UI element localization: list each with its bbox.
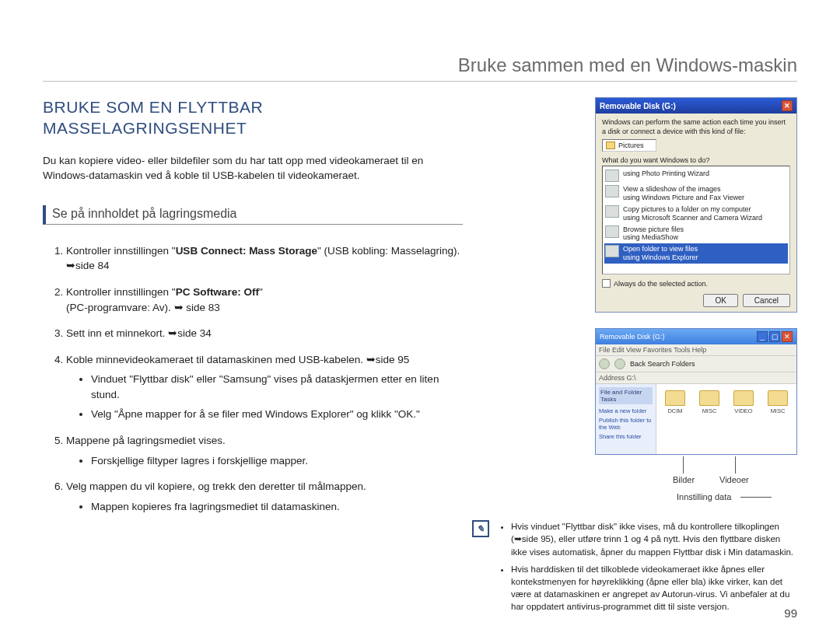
step-3-text: Sett inn et minnekort. [66, 327, 168, 339]
folder-misc-2[interactable]: MISC [762, 390, 793, 451]
explorer-title: Removable Disk (G:) [600, 333, 665, 341]
arrow-icon: ➥ [66, 260, 75, 271]
cancel-button[interactable]: Cancel [743, 294, 790, 307]
folder-label: MISC [702, 407, 717, 414]
option-label: Copy pictures to a folder on my computer [623, 205, 751, 213]
folder-icon [605, 245, 619, 257]
mediashow-icon [605, 225, 619, 238]
step-4-ref: side 95 [376, 354, 410, 365]
option-sublabel: using Windows Explorer [623, 253, 698, 261]
callout-videoer: Videoer [719, 475, 749, 484]
folder-label: VIDEO [734, 407, 752, 414]
option-browse-mediashow[interactable]: Browse picture filesusing MediaShow [604, 224, 788, 244]
option-open-folder[interactable]: Open folder to view filesusing Windows E… [604, 243, 788, 264]
pictures-label: Pictures [618, 142, 644, 149]
forward-icon[interactable] [614, 358, 625, 369]
close-icon[interactable]: ✕ [782, 100, 793, 111]
step-6: Velg mappen du vil kopiere, og trekk den… [66, 479, 463, 514]
arrow-icon: ➥ [514, 534, 522, 543]
note-1-ref: side 95 [522, 534, 551, 543]
maximize-icon[interactable]: ▢ [769, 331, 780, 342]
option-sublabel: using Microsoft Scanner and Camera Wizar… [623, 214, 762, 222]
always-label: Always do the selected action. [614, 280, 708, 288]
step-list: Kontroller innstillingen "USB Connect: M… [43, 243, 463, 514]
option-photo-wizard[interactable]: using Photo Printing Wizard [604, 168, 788, 183]
callout-innstilling: Innstilling data [677, 492, 731, 501]
folder-label: MISC [771, 407, 786, 414]
running-title: Bruke sammen med en Windows-maskin [43, 54, 797, 82]
back-icon[interactable] [599, 358, 610, 369]
ok-button[interactable]: OK [703, 294, 737, 307]
page-number: 99 [784, 606, 797, 620]
action-listbox[interactable]: using Photo Printing Wizard View a slide… [602, 166, 790, 274]
option-slideshow[interactable]: View a slideshow of the imagesusing Wind… [604, 183, 788, 204]
task-pane-header: File and Folder Tasks [599, 387, 653, 404]
menu-bar[interactable]: File Edit View Favorites Tools Help [596, 344, 796, 356]
step-1-text-a: Kontroller innstillingen " [66, 245, 176, 257]
option-copy-pictures[interactable]: Copy pictures to a folder on my computer… [604, 204, 788, 224]
option-sublabel: using Windows Picture and Fax Viewer [623, 194, 744, 201]
folder-misc[interactable]: MISC [694, 390, 725, 451]
step-1-ref: side 84 [75, 260, 110, 271]
right-column: Removable Disk (G:) ✕ Windows can perfor… [486, 97, 797, 617]
step-4-text: Koble minnevideokameraet til datamaskine… [66, 354, 366, 365]
task-link[interactable]: Publish this folder to the Web [599, 417, 653, 431]
option-label: View a slideshow of the images [623, 185, 720, 193]
step-4-bullet-2: Velg "Åpne mapper for å se filer med Win… [91, 407, 463, 422]
note-1: Hvis vinduet "Flyttbar disk" ikke vises,… [511, 520, 797, 557]
step-6-text: Velg mappen du vil kopiere, og trekk den… [66, 481, 366, 492]
step-5-text: Mappene på lagringsmediet vises. [66, 435, 226, 446]
address-bar[interactable]: Address G:\ [596, 372, 796, 384]
intro-paragraph: Du kan kopiere video- eller bildefiler s… [43, 153, 463, 183]
step-2: Kontroller innstillingen "PC Software: O… [66, 285, 463, 315]
folder-label: DCIM [667, 407, 682, 414]
always-checkbox[interactable] [602, 279, 611, 288]
folder-icon [699, 390, 719, 406]
wizard-icon [605, 169, 619, 182]
folder-dcim[interactable]: DCIM [660, 390, 691, 451]
close-icon[interactable]: ✕ [782, 331, 793, 342]
step-2-bold: PC Software: Off [176, 286, 259, 298]
dialog-title: Removable Disk (G:) [600, 102, 676, 110]
note-icon: ✎ [472, 520, 489, 537]
task-link[interactable]: Share this folder [599, 433, 653, 440]
content-type-row: Pictures [602, 139, 656, 152]
autoplay-dialog: Removable Disk (G:) ✕ Windows can perfor… [595, 97, 797, 313]
step-1-bold: USB Connect: Mass Storage [176, 245, 317, 257]
step-2-text-b: " [259, 286, 263, 298]
folder-video[interactable]: VIDEO [728, 390, 759, 451]
callout-bilder: Bilder [673, 475, 695, 484]
step-2-line2: (PC-programvare: Av). [66, 302, 174, 313]
page-heading: BRUKE SOM EN FLYTTBAR MASSELAGRINGSENHET [43, 97, 463, 139]
step-2-text-a: Kontroller innstillingen " [66, 286, 176, 298]
step-3-ref: side 34 [177, 327, 212, 339]
note-2: Hvis harddisken til det tilkoblede video… [511, 563, 797, 613]
step-3: Sett inn et minnekort. ➥side 34 [66, 326, 463, 341]
note-block: ✎ Hvis vinduet "Flyttbar disk" ikke vise… [472, 520, 797, 617]
step-5-bullet-1: Forskjellige filtyper lagres i forskjell… [91, 453, 463, 469]
dialog-description: Windows can perform the same action each… [602, 118, 790, 136]
toolbar[interactable]: Back Search Folders [596, 356, 796, 372]
task-link[interactable]: Make a new folder [599, 407, 653, 414]
option-sublabel: using MediaShow [623, 233, 678, 241]
step-5: Mappene på lagringsmediet vises. Forskje… [66, 433, 463, 468]
option-label: Browse picture files [623, 225, 684, 233]
minimize-icon[interactable]: _ [757, 331, 768, 342]
option-label: Open folder to view files [623, 245, 698, 253]
folder-icon [733, 390, 754, 406]
explorer-callouts: Bilder Videoer Innstilling data [595, 460, 797, 506]
step-6-bullet-1: Mappen kopieres fra lagringsmediet til d… [91, 499, 463, 515]
option-label: using Photo Printing Wizard [623, 169, 709, 178]
camera-icon [605, 205, 619, 218]
slideshow-icon [605, 185, 619, 197]
folder-view[interactable]: DCIM MISC VIDEO MISC [656, 384, 796, 454]
step-1: Kontroller innstillingen "USB Connect: M… [66, 243, 463, 274]
pictures-icon [606, 142, 615, 149]
arrow-icon: ➥ [174, 302, 184, 313]
task-pane: File and Folder Tasks Make a new folder … [596, 384, 656, 454]
note-1-b: ), eller utføre trinn 1 og 4 på nytt. Hv… [511, 534, 793, 556]
arrow-icon: ➥ [366, 354, 376, 365]
dialog-prompt: What do you want Windows to do? [602, 156, 790, 164]
folder-icon [768, 390, 788, 406]
subheading: Se på innholdet på lagringsmedia [43, 205, 463, 225]
